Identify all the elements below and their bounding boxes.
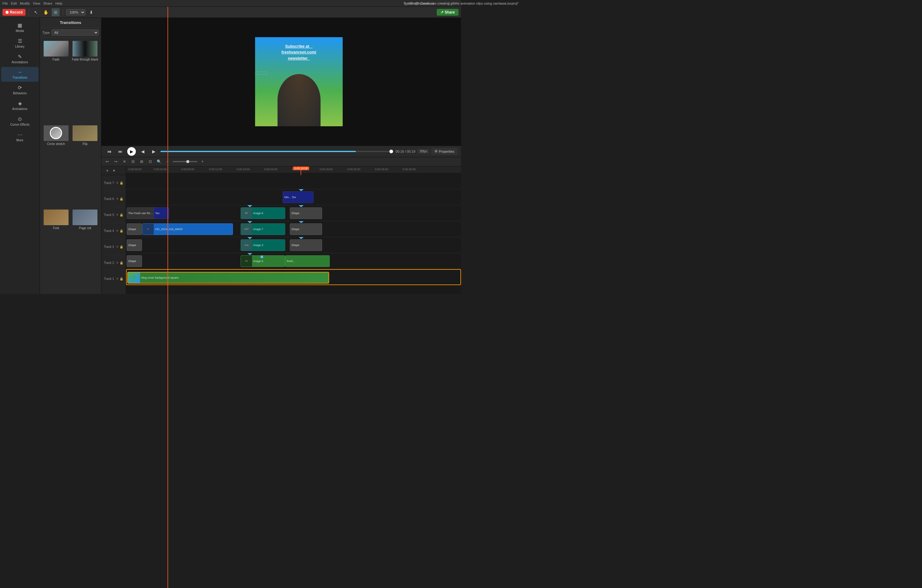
- snap-button[interactable]: ⊡: [147, 158, 154, 165]
- track-4-lock-icon[interactable]: 🔒: [119, 229, 123, 232]
- add-track-button[interactable]: +: [104, 167, 111, 174]
- transition-item-page-roll[interactable]: Page roll: [72, 209, 99, 292]
- track-7-eye-icon[interactable]: 👁: [116, 181, 119, 185]
- zoom-handle[interactable]: [186, 160, 189, 163]
- track-2-eye-icon[interactable]: 👁: [116, 261, 119, 265]
- transition-thumb-cs: [43, 125, 69, 142]
- progress-handle[interactable]: [389, 150, 393, 153]
- clip-track5-newsletter[interactable]: The Fresh van Root Newsletter: [127, 207, 156, 219]
- ruler-mark-36: 0:00:36:00: [375, 168, 388, 171]
- titlebar: File Edit Modify View Share Help TechSmi…: [0, 0, 461, 7]
- prev-frame-button[interactable]: ◀: [138, 147, 147, 156]
- clip-label-track3-shape: Shape: [127, 243, 137, 247]
- track-1-eye-icon[interactable]: 👁: [116, 277, 119, 281]
- progress-bar[interactable]: [160, 151, 393, 152]
- track-row-2: Shape GI image-5 fresh...: [126, 253, 461, 269]
- playback-controls: ⏮ ⏭ ▶ ◀ ▶ 00:16 / 00:19 30fps ⚙ Properti…: [101, 145, 461, 157]
- track-6-icons: 👁 🔒: [116, 197, 123, 201]
- menu-modify[interactable]: Modify: [20, 2, 30, 5]
- clip-track5-text[interactable]: Tex: [154, 207, 169, 219]
- sidebar-item-behaviors[interactable]: ⟳ Behaviors: [1, 82, 38, 97]
- step-back-button[interactable]: ⏭: [116, 147, 125, 156]
- selection-handle: [255, 72, 267, 75]
- clip-track2-fresh[interactable]: fresh...: [285, 255, 330, 267]
- clip-track3-shape2[interactable]: Shape: [290, 239, 322, 251]
- split-clip-button[interactable]: ⊟: [130, 158, 136, 165]
- sidebar-item-library[interactable]: ☰ Library: [1, 36, 38, 51]
- properties-button[interactable]: ⚙ Properties: [432, 148, 457, 155]
- main-content: ▦ Media ☰ Library ✎ Annotations → Transi…: [0, 18, 461, 294]
- menu-share[interactable]: Share: [43, 2, 52, 5]
- track-5-lock-icon[interactable]: 🔒: [119, 213, 123, 217]
- sidebar-item-transitions[interactable]: → Transitions: [1, 67, 38, 82]
- delete-clip-button[interactable]: ✕: [121, 158, 128, 165]
- zoom-slider[interactable]: [173, 161, 197, 162]
- menu-file[interactable]: File: [2, 2, 8, 5]
- clip-arrow-track5-1: [247, 205, 252, 207]
- video-main-area: Subscribe at _ freshvanroot.com/ newslet…: [255, 37, 343, 126]
- clip-track3-image3[interactable]: img image-3: [240, 239, 285, 251]
- sidebar-item-media[interactable]: ▦ Media: [1, 20, 38, 35]
- track-4-eye-icon[interactable]: 👁: [116, 229, 119, 232]
- track-1-lock-icon[interactable]: 🔒: [119, 277, 123, 281]
- track-6-lock-icon[interactable]: 🔒: [119, 197, 123, 201]
- zoom-fit-button[interactable]: ⬇: [87, 8, 95, 16]
- transition-item-ftb[interactable]: Fade through black: [72, 40, 99, 123]
- sidebar-item-animations[interactable]: ◈ Animations: [1, 98, 38, 113]
- filter-select[interactable]: All: [52, 29, 99, 36]
- track-6-eye-icon[interactable]: 👁: [116, 197, 119, 201]
- clip-track3-shape[interactable]: Shape: [127, 239, 142, 251]
- sidebar: ▦ Media ☰ Library ✎ Annotations → Transi…: [0, 18, 40, 294]
- track-3-lock-icon[interactable]: 🔒: [119, 245, 123, 248]
- library-icon: ☰: [18, 38, 22, 44]
- zoom-out-button[interactable]: −: [164, 158, 171, 165]
- clip-track5-shape[interactable]: Shape: [290, 207, 322, 219]
- clip-thumb-image3: img: [241, 239, 252, 251]
- menu-view[interactable]: View: [33, 2, 40, 5]
- sidebar-item-more[interactable]: ⋯ More: [1, 129, 38, 144]
- trim-button[interactable]: ⊞: [138, 158, 145, 165]
- playhead-marker: 0:00:16:08: [293, 167, 309, 175]
- track-7-lock-icon[interactable]: 🔒: [119, 181, 123, 185]
- media-icon: ▦: [18, 23, 22, 28]
- transition-item-fold[interactable]: Fold: [43, 209, 70, 292]
- app-toolbar: Record ↖ ✋ ⊞ 100% 50% 150% 200% ⬇ ↗ Shar…: [0, 7, 461, 18]
- hand-tool-button[interactable]: ✋: [42, 8, 50, 16]
- clip-track4-shape[interactable]: Shape: [127, 223, 142, 235]
- share-button[interactable]: ↗ Share: [437, 9, 459, 16]
- sidebar-item-label-annotations: Annotations: [12, 60, 28, 64]
- time-display: 00:16 / 00:19: [396, 150, 415, 153]
- menu-help[interactable]: Help: [55, 2, 62, 5]
- clip-track1-blog-cover[interactable]: 🌿 blog cover background square: [127, 272, 329, 284]
- redo-button[interactable]: ↪: [113, 158, 119, 165]
- collapse-tracks-button[interactable]: ▼: [111, 167, 118, 174]
- next-frame-button[interactable]: ▶: [149, 147, 158, 156]
- crop-tool-button[interactable]: ⊞: [52, 8, 60, 16]
- clip-track4-vid[interactable]: V VID_20191218_09020: [142, 223, 233, 235]
- track-2-lock-icon[interactable]: 🔒: [119, 261, 123, 265]
- search-timeline-button[interactable]: 🔍: [155, 158, 162, 165]
- track-5-eye-icon[interactable]: 👁: [116, 213, 119, 217]
- clip-track4-image7[interactable]: 100F image-7: [240, 223, 285, 235]
- sidebar-item-annotations[interactable]: ✎ Annotations: [1, 51, 38, 66]
- sidebar-item-cursor-effects[interactable]: ⊙ Cursor Effects: [1, 114, 38, 129]
- track-3-eye-icon[interactable]: 👁: [116, 245, 119, 248]
- clip-track2-shape[interactable]: Shape: [127, 255, 142, 267]
- transition-item-flip[interactable]: Flip: [72, 125, 99, 207]
- cursor-tool-button[interactable]: ↖: [32, 8, 40, 16]
- undo-button[interactable]: ↩: [104, 158, 111, 165]
- rewind-button[interactable]: ⏮: [105, 147, 114, 156]
- titlebar-menu[interactable]: File Edit Modify View Share Help: [2, 2, 62, 5]
- zoom-in-button[interactable]: +: [199, 158, 206, 165]
- transition-item-fade[interactable]: Fade: [43, 40, 70, 123]
- clip-track4-shape2[interactable]: Shape: [290, 223, 322, 235]
- play-button[interactable]: ▶: [127, 147, 136, 156]
- zoom-select[interactable]: 100% 50% 150% 200%: [66, 9, 85, 15]
- track-7-label: Track 7: [104, 181, 114, 185]
- transition-item-circle-stretch[interactable]: Circle stretch: [43, 125, 70, 207]
- menu-edit[interactable]: Edit: [11, 2, 17, 5]
- clip-track5-image6[interactable]: AP image-6: [240, 207, 285, 219]
- record-button[interactable]: Record: [2, 9, 26, 16]
- transitions-panel: Transitions Type All Fade Fade through b…: [40, 18, 101, 294]
- clip-track6-text[interactable]: Min... Tex: [283, 191, 314, 203]
